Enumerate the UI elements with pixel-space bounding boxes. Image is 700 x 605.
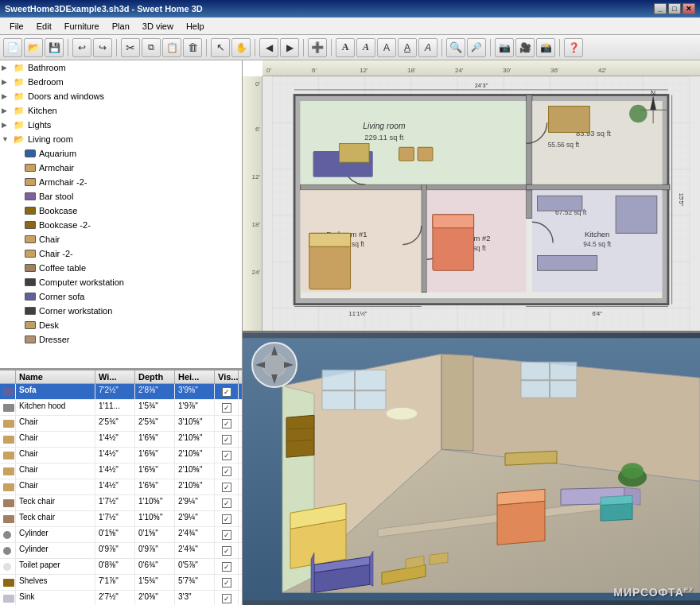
pan-button[interactable]: ✋ bbox=[231, 38, 251, 57]
menu-plan[interactable]: Plan bbox=[106, 20, 136, 33]
row-visible[interactable] bbox=[215, 432, 239, 447]
tree-item-bookcase2[interactable]: Bookcase -2- bbox=[0, 218, 242, 232]
tree-item-chair[interactable]: Chair bbox=[0, 232, 242, 246]
menu-help[interactable]: Help bbox=[180, 20, 211, 33]
text-button3[interactable]: A bbox=[377, 38, 396, 57]
paste-button[interactable]: 📋 bbox=[162, 38, 181, 57]
window-controls[interactable]: _ □ ✕ bbox=[654, 3, 695, 14]
row-visible[interactable] bbox=[215, 591, 239, 605]
tree-category-kitchen[interactable]: ▶ 📁 Kitchen bbox=[0, 103, 242, 118]
row-visible[interactable] bbox=[215, 575, 239, 590]
tree-category-bathroom[interactable]: ▶ 📁 Bathroom bbox=[0, 60, 242, 75]
furniture-tree-scroll[interactable]: ▶ 📁 Bathroom ▶ 📁 Bedroom ▶ 📁 Doors and w… bbox=[0, 60, 242, 368]
row-visible[interactable] bbox=[215, 495, 239, 510]
table-row[interactable]: Chair 1'4½" 1'6⅝" 2'10⅝" bbox=[0, 448, 242, 463]
row-visible[interactable] bbox=[215, 448, 239, 463]
menu-furniture[interactable]: Furniture bbox=[58, 20, 106, 33]
tree-category-livingroom[interactable]: ▼ 📂 Living room bbox=[0, 132, 242, 146]
video-button[interactable]: 📸 bbox=[536, 38, 555, 57]
tree-item-computerws[interactable]: Computer workstation bbox=[0, 275, 242, 289]
name-col-header[interactable]: Name bbox=[16, 370, 95, 383]
row-visible[interactable] bbox=[215, 416, 239, 431]
tree-item-armchair[interactable]: Armchair bbox=[0, 161, 242, 175]
zoom-out-button[interactable]: 🔎 bbox=[467, 38, 486, 57]
row-visible[interactable] bbox=[215, 543, 239, 558]
tree-item-armchair2[interactable]: Armchair -2- bbox=[0, 175, 242, 189]
text-button4[interactable]: A bbox=[398, 38, 417, 57]
navigation-control[interactable] bbox=[251, 341, 298, 389]
expand-icon[interactable]: ▶ bbox=[2, 107, 13, 114]
tree-category-lights[interactable]: ▶ 📁 Lights bbox=[0, 118, 242, 132]
cut-button[interactable]: ✂ bbox=[121, 38, 140, 57]
save-button[interactable]: 💾 bbox=[45, 38, 64, 57]
table-row[interactable]: Chair 1'4½" 1'6⅝" 2'10⅝" bbox=[0, 479, 242, 495]
text-button5[interactable]: A bbox=[418, 38, 438, 57]
row-visible[interactable] bbox=[215, 479, 239, 494]
expand-icon[interactable]: ▶ bbox=[2, 121, 13, 129]
text-button2[interactable]: A bbox=[356, 38, 375, 57]
expand-icon[interactable]: ▶ bbox=[2, 78, 13, 86]
row-visible[interactable] bbox=[215, 511, 239, 526]
help-button[interactable]: ❓ bbox=[564, 38, 583, 57]
height-col-header[interactable]: Hei... bbox=[175, 370, 215, 383]
close-button[interactable]: ✕ bbox=[682, 3, 695, 14]
tree-category-doors[interactable]: ▶ 📁 Doors and windows bbox=[0, 89, 242, 103]
menu-3dview[interactable]: 3D view bbox=[136, 20, 180, 33]
minimize-button[interactable]: _ bbox=[654, 3, 667, 14]
depth-col-header[interactable]: Depth bbox=[135, 370, 175, 383]
table-row[interactable]: Cylinder 0'9⅞" 0'9⅞" 2'4¾" bbox=[0, 543, 242, 559]
next-point-button[interactable]: ▶ bbox=[280, 38, 299, 57]
3d-view[interactable]: МИРСОФТАРУ bbox=[243, 333, 700, 606]
tree-item-cornersofa[interactable]: Corner sofa bbox=[0, 289, 242, 304]
row-visible[interactable] bbox=[215, 463, 239, 479]
menu-edit[interactable]: Edit bbox=[30, 20, 58, 33]
zoom-in-button[interactable]: 🔍 bbox=[446, 38, 465, 57]
floor-plan-canvas[interactable]: Living room 229.11 sq ft 83.93 sq ft Bed… bbox=[262, 76, 700, 331]
table-row[interactable]: Teck chair 1'7½" 1'10⅝" 2'9¼" bbox=[0, 495, 242, 511]
row-visible[interactable] bbox=[215, 527, 239, 542]
redo-button[interactable]: ↪ bbox=[93, 38, 112, 57]
maximize-button[interactable]: □ bbox=[668, 3, 681, 14]
tree-item-coffeetable[interactable]: Coffee table bbox=[0, 261, 242, 275]
table-row[interactable]: Cylinder 0'1⅝" 0'1⅝" 2'4¾" bbox=[0, 527, 242, 543]
add-furniture-button[interactable]: ➕ bbox=[308, 38, 327, 57]
menu-file[interactable]: File bbox=[3, 20, 30, 33]
expand-icon[interactable]: ▼ bbox=[2, 135, 13, 143]
tree-item-desk[interactable]: Desk bbox=[0, 318, 242, 332]
table-row[interactable]: Chair 2'5¾" 2'5¾" 3'10⅝" bbox=[0, 416, 242, 432]
tree-item-dresser[interactable]: Dresser bbox=[0, 332, 242, 347]
delete-button[interactable]: 🗑 bbox=[183, 38, 202, 57]
visible-col-header[interactable]: Vis... bbox=[215, 370, 239, 383]
select-button[interactable]: ↖ bbox=[211, 38, 230, 57]
photo-button[interactable]: 🎥 bbox=[515, 38, 535, 57]
copy-button[interactable]: ⧉ bbox=[142, 38, 161, 57]
row-visible[interactable] bbox=[215, 400, 239, 415]
table-row[interactable]: Shelves 7'1⅞" 1'5¾" 5'7¾" bbox=[0, 575, 242, 591]
undo-button[interactable]: ↩ bbox=[72, 38, 91, 57]
new-button[interactable]: 📄 bbox=[3, 38, 22, 57]
table-row[interactable]: Sofa 7'2½" 2'8⅜" 3'9⅝" bbox=[0, 384, 242, 400]
table-row[interactable]: Chair 1'4½" 1'6⅝" 2'10⅝" bbox=[0, 432, 242, 448]
width-col-header[interactable]: Wi... bbox=[95, 370, 135, 383]
camera-button[interactable]: 📷 bbox=[495, 38, 514, 57]
tree-item-aquarium[interactable]: Aquarium bbox=[0, 146, 242, 161]
tree-item-barstool[interactable]: Bar stool bbox=[0, 189, 242, 204]
table-row[interactable]: Chair 1'4½" 1'6⅝" 2'10⅝" bbox=[0, 463, 242, 479]
table-row[interactable]: Sink 2'7½" 2'0⅜" 3'3" bbox=[0, 591, 242, 605]
table-row[interactable]: Kitchen hood 1'11... 1'5¾" 1'9⅞" bbox=[0, 400, 242, 416]
table-row[interactable]: Teck chair 1'7½" 1'10⅝" 2'9¼" bbox=[0, 511, 242, 527]
text-button1[interactable]: A bbox=[336, 38, 355, 57]
tree-item-chair2[interactable]: Chair -2- bbox=[0, 246, 242, 261]
table-row[interactable]: Toilet paper 0'8⅜" 0'6¾" 0'5⅞" bbox=[0, 559, 242, 575]
open-button[interactable]: 📂 bbox=[24, 38, 43, 57]
expand-icon[interactable]: ▶ bbox=[2, 64, 13, 72]
prev-point-button[interactable]: ◀ bbox=[259, 38, 278, 57]
expand-icon[interactable]: ▶ bbox=[2, 92, 13, 100]
furniture-table-body[interactable]: Sofa 7'2½" 2'8⅜" 3'9⅝" Kitchen hood 1'11… bbox=[0, 384, 242, 605]
floor-plan[interactable]: 0' 6' 12' 18' 24' 30' 36' 42' 0' 6' 12' … bbox=[243, 60, 700, 333]
tree-item-cornerws[interactable]: Corner workstation bbox=[0, 304, 242, 318]
row-visible[interactable] bbox=[215, 384, 239, 399]
tree-category-bedroom[interactable]: ▶ 📁 Bedroom bbox=[0, 75, 242, 89]
row-visible[interactable] bbox=[215, 559, 239, 574]
tree-item-bookcase[interactable]: Bookcase bbox=[0, 204, 242, 218]
